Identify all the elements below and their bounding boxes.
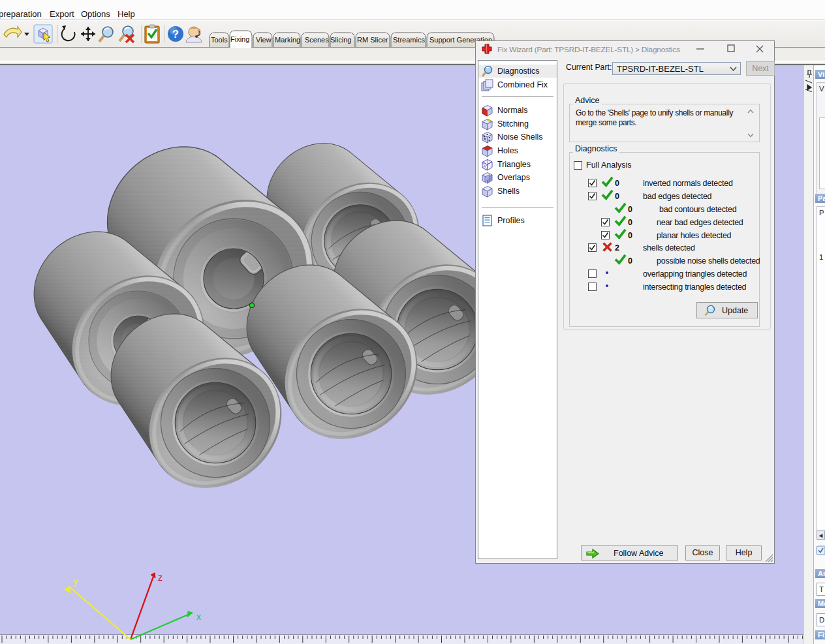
svg-text:Slicing: Slicing bbox=[330, 36, 351, 44]
svg-text:Scenes: Scenes bbox=[305, 36, 329, 44]
svg-text:z: z bbox=[158, 572, 163, 583]
svg-text:?: ? bbox=[172, 28, 179, 40]
svg-text:Marking: Marking bbox=[275, 36, 300, 44]
svg-text:Tools: Tools bbox=[211, 36, 228, 44]
svg-text:x: x bbox=[196, 611, 201, 622]
svg-text:View: View bbox=[256, 36, 272, 44]
svg-text:Fixing: Fixing bbox=[230, 35, 249, 43]
svg-text:RM Slicer: RM Slicer bbox=[357, 36, 388, 44]
svg-text:y: y bbox=[73, 576, 78, 587]
svg-text:Streamics: Streamics bbox=[393, 36, 425, 44]
